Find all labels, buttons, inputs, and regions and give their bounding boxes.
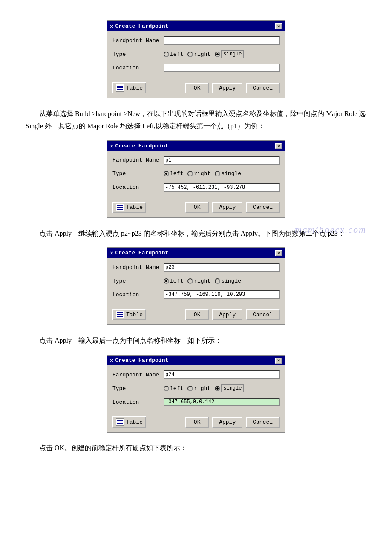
dialog4-cancel-button[interactable]: Cancel: [246, 417, 280, 428]
dialog1-name-row: Hardpoint Name: [112, 35, 280, 46]
dialog3-radio-right[interactable]: right: [187, 278, 210, 284]
radio-left-circle-1: [164, 52, 169, 57]
radio-single-label-2: single: [221, 171, 241, 177]
dialog3-close-button[interactable]: ✕: [275, 250, 282, 256]
dialog4-radio-left[interactable]: left: [164, 385, 183, 392]
label-location-1: Location: [112, 65, 164, 71]
table-icon-line3: [117, 89, 123, 90]
dialog3-name-input[interactable]: [164, 263, 280, 272]
label-hardpoint-name-3: Hardpoint Name: [112, 264, 164, 271]
dialog1-type-row: Type left right single: [112, 49, 280, 59]
dialog1: ✕ Create Hardpoint ✕ Hardpoint Name Type: [107, 20, 285, 98]
radio-right-circle-4: [187, 386, 193, 391]
radio-single-circle-2: [215, 171, 220, 176]
label-hardpoint-name-1: Hardpoint Name: [112, 38, 164, 44]
dialog4-radio-right[interactable]: right: [187, 385, 210, 392]
dialog3-apply-button[interactable]: Apply: [212, 309, 242, 320]
dialog1-location-input[interactable]: [164, 64, 280, 72]
table-icon-4: [116, 418, 124, 426]
dialog2-cancel-button[interactable]: Cancel: [246, 202, 280, 213]
label-type-1: Type: [112, 51, 164, 58]
dialog4-location-row: Location: [112, 397, 280, 407]
dialog4-name-input[interactable]: [164, 370, 280, 379]
dialog4-title: ✕ Create Hardpoint: [110, 357, 168, 364]
table-icon-line2-1: [117, 205, 123, 206]
dialog3-title-text: Create Hardpoint: [115, 250, 168, 256]
dialog1-location-row: Location: [112, 63, 280, 73]
dialog1-radio-single[interactable]: single: [215, 50, 244, 58]
dialog2-location-input[interactable]: [164, 183, 280, 192]
dialog4: ✕ Create Hardpoint ✕ Hardpoint Name Type: [107, 355, 285, 433]
dialog4-titlebar: ✕ Create Hardpoint ✕: [107, 356, 285, 365]
label-location-2: Location: [112, 184, 164, 191]
dialog2-type-row: Type left right single: [112, 169, 280, 179]
dialog1-table-button[interactable]: Table: [112, 82, 146, 93]
dialog4-apply-button[interactable]: Apply: [212, 417, 242, 428]
close-icon-2: ✕: [277, 143, 280, 149]
paragraph2-wrapper: 点击 Apply，继续输入硬点 p2~p23 的名称和坐标，输完后分别点击 Ap…: [26, 228, 366, 240]
dialog2-body: Hardpoint Name Type left right: [107, 151, 285, 200]
radio-left-circle-4: [164, 386, 169, 391]
dialog1-radio-right[interactable]: right: [187, 51, 210, 58]
dialog1-cancel-button[interactable]: Cancel: [246, 83, 280, 93]
dialog3-body: Hardpoint Name Type left right: [107, 258, 285, 307]
dialog2-table-button[interactable]: Table: [112, 202, 146, 213]
radio-right-circle-3: [187, 278, 193, 284]
dialog1-ok-button[interactable]: OK: [185, 83, 209, 93]
dialog2-radio-single[interactable]: single: [215, 171, 241, 177]
dialog4-radio-single[interactable]: single: [215, 384, 244, 392]
label-type-2: Type: [112, 171, 164, 177]
dialog3-type-row: Type left right single: [112, 276, 280, 286]
dialog3-radio-left[interactable]: left: [164, 278, 183, 284]
dialog2-type-options: left right single: [164, 171, 241, 177]
dialog3-ok-button[interactable]: OK: [185, 309, 209, 320]
dialog2-radio-right[interactable]: right: [187, 171, 210, 177]
dialog2-apply-button[interactable]: Apply: [212, 202, 242, 213]
dialog2-radio-left[interactable]: left: [164, 171, 183, 177]
dialog1-wrapper: ✕ Create Hardpoint ✕ Hardpoint Name Type: [26, 20, 366, 98]
dialog4-location-input[interactable]: [164, 398, 280, 406]
dialog4-table-button[interactable]: Table: [112, 416, 146, 428]
dialog3: ✕ Create Hardpoint ✕ Hardpoint Name Type: [107, 247, 285, 325]
dialog2-footer: Table OK Apply Cancel: [107, 200, 285, 217]
table-icon-line2: [117, 87, 123, 88]
dialog4-footer: Table OK Apply Cancel: [107, 415, 285, 432]
dialog1-close-button[interactable]: ✕: [275, 23, 282, 29]
dialog3-cancel-button[interactable]: Cancel: [246, 309, 280, 320]
radio-single-label-3: single: [221, 278, 241, 284]
dialog3-table-button[interactable]: Table: [112, 309, 146, 320]
x-logo-icon-3: ✕: [110, 249, 113, 257]
dialog4-close-button[interactable]: ✕: [275, 358, 282, 364]
radio-single-label-1: single: [221, 50, 244, 58]
dialog1-table-label: Table: [126, 85, 143, 91]
dialog1-title-text: Create Hardpoint: [115, 23, 168, 29]
dialog4-type-options: left right single: [164, 384, 244, 392]
table-icon-line3-1: [117, 312, 123, 313]
table-icon-line4-2: [117, 422, 123, 422]
dialog3-location-input[interactable]: [164, 290, 280, 299]
label-type-4: Type: [112, 385, 164, 392]
dialog1-name-input[interactable]: [164, 36, 280, 45]
dialog2-titlebar: ✕ Create Hardpoint ✕: [107, 141, 285, 151]
dialog2-ok-button[interactable]: OK: [185, 202, 209, 213]
dialog1-apply-button[interactable]: Apply: [212, 83, 242, 93]
dialog4-table-label: Table: [126, 419, 143, 425]
dialog4-body: Hardpoint Name Type left right: [107, 365, 285, 415]
radio-left-circle-3: [164, 278, 169, 284]
radio-right-label-1: right: [194, 51, 210, 58]
label-type-3: Type: [112, 278, 164, 284]
dialog3-radio-single[interactable]: single: [215, 278, 241, 284]
table-icon-1: [116, 84, 124, 92]
table-icon-line1: [117, 86, 123, 87]
dialog1-body: Hardpoint Name Type left right: [107, 31, 285, 81]
dialog4-wrapper: ✕ Create Hardpoint ✕ Hardpoint Name Type: [26, 355, 366, 433]
close-icon-3: ✕: [277, 250, 280, 256]
dialog4-name-row: Hardpoint Name: [112, 370, 280, 380]
dialog4-ok-button[interactable]: OK: [185, 417, 209, 428]
dialog1-radio-left[interactable]: left: [164, 51, 183, 58]
dialog2-name-input[interactable]: [164, 156, 280, 165]
dialog4-type-row: Type left right single: [112, 383, 280, 393]
dialog1-footer: Table OK Apply Cancel: [107, 81, 285, 98]
radio-single-label-4: single: [221, 384, 244, 392]
dialog2-close-button[interactable]: ✕: [275, 143, 282, 149]
